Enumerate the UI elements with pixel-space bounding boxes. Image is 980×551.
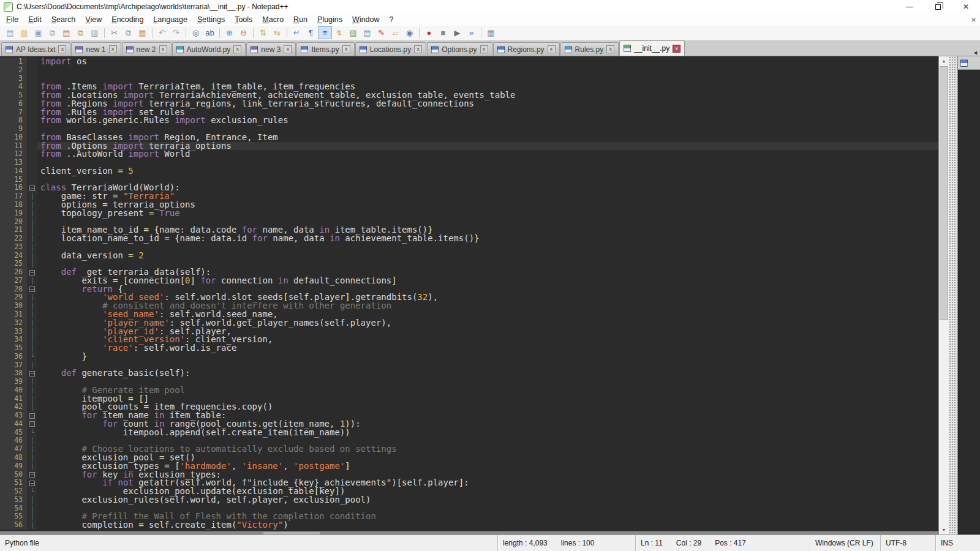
code-line[interactable]: 56│ completion = self.create_item("Victo… bbox=[0, 521, 938, 530]
undo-icon[interactable]: ↶ bbox=[155, 26, 169, 39]
code-line[interactable]: 38− def generate_basic(self): bbox=[0, 369, 938, 378]
status-eol-format[interactable]: Windows (CR LF) bbox=[810, 535, 880, 551]
tab-new-1[interactable]: new 1x bbox=[71, 42, 121, 56]
fold-collapse-icon[interactable]: − bbox=[29, 481, 35, 486]
macro-stop-icon[interactable]: ■ bbox=[436, 26, 450, 39]
fold-margin[interactable]: − bbox=[27, 479, 37, 487]
fold-collapse-icon[interactable]: − bbox=[29, 472, 35, 478]
tab-close-icon[interactable]: x bbox=[414, 45, 422, 53]
menu-?[interactable]: ? bbox=[385, 14, 399, 25]
tab-close-icon[interactable]: x bbox=[342, 45, 350, 53]
tab-close-icon[interactable]: x bbox=[673, 45, 680, 53]
fold-margin[interactable]: − bbox=[27, 184, 37, 192]
code-line[interactable]: 2 bbox=[0, 66, 938, 75]
word-wrap-icon[interactable]: ↵ bbox=[290, 26, 304, 39]
status-encoding[interactable]: UTF-8 bbox=[880, 535, 935, 551]
indent-guide-icon[interactable]: ≡ bbox=[318, 26, 332, 39]
replace-icon[interactable]: ab bbox=[203, 26, 217, 39]
fold-margin[interactable]: − bbox=[27, 369, 37, 378]
vertical-scrollbar-thumb[interactable] bbox=[940, 66, 948, 320]
print-icon[interactable]: ▥ bbox=[88, 26, 102, 39]
horizontal-scrollbar-thumb[interactable] bbox=[263, 532, 320, 534]
menu-view[interactable]: View bbox=[80, 14, 107, 25]
view-splitter[interactable] bbox=[949, 56, 957, 534]
menu-search[interactable]: Search bbox=[47, 14, 81, 25]
tab-__init__.py[interactable]: __init__.pyx bbox=[619, 40, 685, 56]
fold-margin[interactable]: − bbox=[27, 411, 37, 420]
menu-file[interactable]: File bbox=[1, 14, 23, 25]
tab-locations.py[interactable]: Locations.pyx bbox=[355, 42, 426, 56]
tab-autoworld.py[interactable]: AutoWorld.pyx bbox=[172, 42, 246, 56]
document-map-icon[interactable]: ▧ bbox=[346, 26, 360, 39]
close-all-icon[interactable]: ⧉ bbox=[74, 26, 88, 39]
close-icon[interactable]: ▤ bbox=[59, 26, 74, 39]
code-line[interactable]: 19│ topology_present = True bbox=[0, 209, 938, 218]
copy-icon[interactable]: ⧉ bbox=[121, 26, 135, 39]
document-close-icon[interactable]: ✕ bbox=[971, 17, 976, 23]
code-line[interactable]: 53│ exclusion_rules(self.world, self.pla… bbox=[0, 496, 938, 504]
code-line[interactable]: 24│ data_version = 2 bbox=[0, 252, 938, 260]
tab-close-icon[interactable]: x bbox=[548, 45, 556, 53]
code-line[interactable]: 22│ location_name_to_id = {name: data.id… bbox=[0, 234, 938, 243]
code-line[interactable]: 1import os bbox=[0, 58, 938, 66]
close-button[interactable]: ✕ bbox=[952, 0, 980, 13]
menu-encoding[interactable]: Encoding bbox=[107, 14, 148, 25]
fold-collapse-icon[interactable]: − bbox=[29, 270, 35, 276]
code-line[interactable]: 12from ..AutoWorld import World bbox=[0, 150, 938, 159]
tab-close-icon[interactable]: x bbox=[109, 45, 117, 53]
tab-new-3[interactable]: new 3x bbox=[246, 42, 296, 56]
paste-icon[interactable]: ▦ bbox=[135, 26, 149, 39]
save-icon[interactable]: ▣ bbox=[31, 26, 45, 39]
edit-plugin-icon[interactable]: ✎ bbox=[374, 26, 388, 39]
tab-close-icon[interactable]: x bbox=[58, 45, 66, 53]
save-all-icon[interactable]: ⧉ bbox=[45, 26, 59, 39]
code-line[interactable]: 14client_version = 5 bbox=[0, 167, 938, 176]
fold-margin[interactable]: − bbox=[27, 268, 37, 277]
macro-save-icon[interactable]: ▦ bbox=[484, 26, 498, 39]
macro-record-icon[interactable]: ● bbox=[422, 26, 436, 39]
code-line[interactable]: 13 bbox=[0, 159, 938, 167]
fold-collapse-icon[interactable]: − bbox=[29, 287, 35, 292]
tab-scroll-left-icon[interactable]: ◄ bbox=[973, 50, 978, 56]
tab-items.py[interactable]: Items.pyx bbox=[296, 42, 354, 56]
macro-run-multiple-icon[interactable]: » bbox=[464, 26, 478, 39]
restore-button[interactable] bbox=[924, 0, 952, 13]
tab-rules.py[interactable]: Rules.pyx bbox=[560, 42, 619, 56]
tab-close-icon[interactable]: x bbox=[480, 45, 488, 53]
code-editor[interactable]: 1import os234from .Items import Terraria… bbox=[0, 56, 938, 534]
fold-collapse-icon[interactable]: − bbox=[29, 421, 35, 427]
menu-macro[interactable]: Macro bbox=[257, 14, 288, 25]
fold-margin[interactable]: − bbox=[27, 285, 37, 294]
fold-collapse-icon[interactable]: − bbox=[29, 186, 35, 191]
code-line[interactable]: 27│ exits = [connection[0] for connectio… bbox=[0, 277, 938, 285]
vertical-scrollbar[interactable]: ▲ ▼ bbox=[938, 56, 949, 534]
code-line[interactable]: 35│ 'race': self.world.is_race bbox=[0, 344, 938, 353]
tab-close-icon[interactable]: x bbox=[284, 45, 292, 53]
tab-close-icon[interactable]: x bbox=[606, 45, 614, 53]
scroll-up-icon[interactable]: ▲ bbox=[939, 56, 949, 66]
tab-new-2[interactable]: new 2x bbox=[122, 42, 172, 56]
fold-margin[interactable]: − bbox=[27, 471, 37, 479]
show-all-characters-icon[interactable]: ¶ bbox=[304, 26, 318, 39]
menu-edit[interactable]: Edit bbox=[23, 14, 47, 25]
menu-window[interactable]: Window bbox=[347, 14, 384, 25]
menu-settings[interactable]: Settings bbox=[192, 14, 230, 25]
find-icon[interactable]: ◎ bbox=[189, 26, 203, 39]
document-list-icon[interactable]: ▤ bbox=[360, 26, 374, 39]
menu-tools[interactable]: Tools bbox=[230, 14, 257, 25]
zoom-out-icon[interactable]: ⊖ bbox=[236, 26, 251, 39]
fold-collapse-icon[interactable]: − bbox=[29, 371, 35, 377]
new-file-icon[interactable]: ▤ bbox=[3, 26, 17, 39]
code-line[interactable]: 36└ } bbox=[0, 353, 938, 361]
tab-close-icon[interactable]: x bbox=[159, 45, 167, 53]
menu-plugins[interactable]: Plugins bbox=[312, 14, 347, 25]
status-insert-mode[interactable]: INS bbox=[935, 535, 980, 551]
sync-horizontal-icon[interactable]: ⇆ bbox=[270, 26, 284, 39]
menu-language[interactable]: Language bbox=[148, 14, 192, 25]
folder-workspace-icon[interactable]: ▱ bbox=[388, 26, 402, 39]
tab-close-icon[interactable]: x bbox=[233, 45, 241, 53]
secondary-view-editor[interactable] bbox=[958, 70, 980, 534]
file-monitoring-icon[interactable]: ◉ bbox=[402, 26, 417, 39]
horizontal-scrollbar[interactable] bbox=[0, 531, 938, 534]
fold-collapse-icon[interactable]: − bbox=[29, 413, 35, 419]
